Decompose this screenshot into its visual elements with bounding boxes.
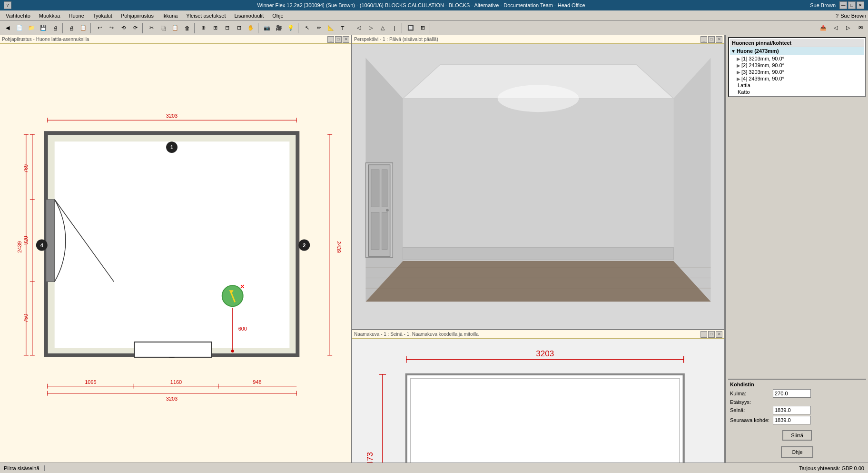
kulma-row: Kulma: <box>730 389 864 398</box>
perspective-titlebar: Perspektiivi - 1 : Päivä (sisävalot pääl… <box>352 35 724 44</box>
undo2-button[interactable]: ⟲ <box>118 22 129 34</box>
seina-input[interactable] <box>773 406 811 414</box>
menu-ohje[interactable]: Ohje <box>268 12 287 20</box>
svg-text:769: 769 <box>23 164 29 173</box>
save-button[interactable]: 💾 <box>38 22 49 34</box>
grid-button[interactable]: ⊞ <box>417 22 428 34</box>
floorplan-title: Pohjapiirustus - Huone lattia-asennuksil… <box>2 37 89 42</box>
redo-button[interactable]: ↪ <box>106 22 117 34</box>
floorplan-close[interactable]: ✕ <box>343 36 349 43</box>
frontview-titlebar: Naamakuva - 1 : Seinä - 1, Naamakuva koo… <box>352 330 724 339</box>
menu-bar: Vaihtoehto Muokkaa Huone Työkalut Pohjap… <box>0 10 868 21</box>
print2-button[interactable]: 📋 <box>78 22 89 34</box>
help-menu-icon[interactable]: ? <box>836 13 838 19</box>
sidebar-spacer <box>728 99 866 379</box>
menu-vaihtoehto[interactable]: Vaihtoehto <box>2 12 34 20</box>
menu-yleiset[interactable]: Yleiset asetukset <box>182 12 229 20</box>
light-button[interactable]: 💡 <box>285 22 296 34</box>
text-button[interactable]: T <box>337 22 348 34</box>
frontview-minimize[interactable]: _ <box>700 331 707 338</box>
frontview-content[interactable]: 3203 2473 <box>352 339 724 463</box>
close-button[interactable]: ✕ <box>857 1 864 9</box>
seuraava-input[interactable] <box>773 416 811 424</box>
measure-button[interactable]: 📐 <box>325 22 336 34</box>
new-button[interactable]: 📄 <box>14 22 25 34</box>
menu-pohjapiirustus[interactable]: Pohjapiirustus <box>117 12 158 20</box>
maximize-button[interactable]: □ <box>848 1 856 9</box>
undo-button[interactable]: ↩ <box>94 22 105 34</box>
pan-button[interactable]: ✋ <box>245 22 256 34</box>
open-button[interactable]: 📁 <box>26 22 37 34</box>
wall-right-button[interactable]: ▷ <box>365 22 376 34</box>
perspective-content[interactable] <box>352 44 724 329</box>
menu-ikkuna[interactable]: Ikkuna <box>158 12 181 20</box>
right-sidebar: Huoneen pinnat/kohteet ▼ Huone (2473mm) … <box>725 35 868 463</box>
help-icon[interactable]: ? <box>4 1 11 9</box>
frontview-maximize[interactable]: □ <box>708 331 715 338</box>
menu-huone[interactable]: Huone <box>65 12 88 20</box>
paste-button[interactable]: 📋 <box>169 22 181 34</box>
svg-rect-12 <box>55 141 290 348</box>
svg-rect-68 <box>382 170 387 207</box>
tree-item-3[interactable]: ▶ [3] 3203mm, 90.0° <box>730 69 864 75</box>
floorplan-content[interactable]: 3203 2439 2439 <box>0 44 351 463</box>
back-button[interactable]: ◀ <box>2 22 13 34</box>
zoom-fit-button[interactable]: ⊕ <box>197 22 209 34</box>
camera-button[interactable]: 📷 <box>261 22 273 34</box>
wall-left-button[interactable]: ◁ <box>353 22 365 34</box>
status-left: Piirrä sisäseinä <box>4 465 45 471</box>
cut-button[interactable]: ✂ <box>146 22 157 34</box>
print-button[interactable]: 🖨 <box>66 22 77 34</box>
svg-text:2473: 2473 <box>365 452 375 463</box>
toolbar-right-1[interactable]: 📤 <box>818 22 829 34</box>
delete-button[interactable]: 🗑 <box>181 22 193 34</box>
svg-text:600: 600 <box>238 326 247 332</box>
copy-button[interactable]: ⿻ <box>158 22 169 34</box>
tree-item-1[interactable]: ▶ [1] 3203mm, 90.0° <box>730 55 864 62</box>
svg-rect-46 <box>134 342 212 357</box>
user-label: Sue Brown <box>810 2 836 8</box>
tree-root-expand[interactable]: ▼ <box>731 49 736 54</box>
minimize-button[interactable]: — <box>839 1 847 9</box>
tree-item-6[interactable]: Katto <box>730 89 864 95</box>
toolbar-right-4[interactable]: ✉ <box>855 22 866 34</box>
floorplan-minimize[interactable]: _ <box>327 36 334 43</box>
tree-root[interactable]: ▼ Huone (2473mm) <box>730 47 864 55</box>
render-button[interactable]: 🎥 <box>273 22 285 34</box>
save-as-button[interactable]: 🖨 <box>49 22 61 34</box>
front-panel: Naamakuva - 1 : Seinä - 1, Naamakuva koo… <box>352 330 724 463</box>
perspective-maximize[interactable]: □ <box>708 36 715 43</box>
perspective-minimize[interactable]: _ <box>700 36 707 43</box>
menu-muokkaa[interactable]: Muokkaa <box>35 12 64 20</box>
svg-rect-23 <box>46 200 55 282</box>
menu-tyokalut[interactable]: Työkalut <box>89 12 116 20</box>
cursor-button[interactable]: ↖ <box>301 22 313 34</box>
title-bar-title: Winner Flex 12.2a2 [300094] (Sue Brown) … <box>32 2 810 8</box>
toolbar-right-3[interactable]: ▷ <box>842 22 854 34</box>
wall-v-button[interactable]: | <box>389 22 400 34</box>
separator-6 <box>298 23 300 33</box>
kulma-input[interactable] <box>773 389 811 398</box>
wall-up-button[interactable]: △ <box>377 22 388 34</box>
tree-item-5[interactable]: Lattia <box>730 82 864 89</box>
siirra-button[interactable]: Siirrä <box>782 430 812 441</box>
ohje-button[interactable]: Ohje <box>781 446 813 458</box>
toolbar-right-2[interactable]: ◁ <box>830 22 841 34</box>
menu-lisamoduulit[interactable]: Lisämoduulit <box>231 12 268 20</box>
redo2-button[interactable]: ⟳ <box>129 22 141 34</box>
zoom-out-button[interactable]: ⊟ <box>221 22 233 34</box>
frontview-close[interactable]: ✕ <box>716 331 722 338</box>
draw-button[interactable]: ✏ <box>313 22 325 34</box>
zoom-in-button[interactable]: ⊞ <box>209 22 221 34</box>
svg-point-71 <box>498 85 579 112</box>
status-bar: Piirrä sisäseinä Tarjous yhteensä: GBP 0… <box>0 463 868 473</box>
separator-2 <box>90 23 92 33</box>
tree-item-4[interactable]: ▶ [4] 2439mm, 90.0° <box>730 75 864 82</box>
room-tree: Huoneen pinnat/kohteet ▼ Huone (2473mm) … <box>728 37 866 97</box>
tree-item-2[interactable]: ▶ [2] 2439mm, 90.0° <box>730 62 864 69</box>
zoom-full-button[interactable]: ⊡ <box>233 22 245 34</box>
floorplan-maximize[interactable]: □ <box>335 36 342 43</box>
perspective-close[interactable]: ✕ <box>716 36 722 43</box>
snap-button[interactable]: 🔲 <box>405 22 416 34</box>
seina-label: Seinä: <box>730 407 773 413</box>
